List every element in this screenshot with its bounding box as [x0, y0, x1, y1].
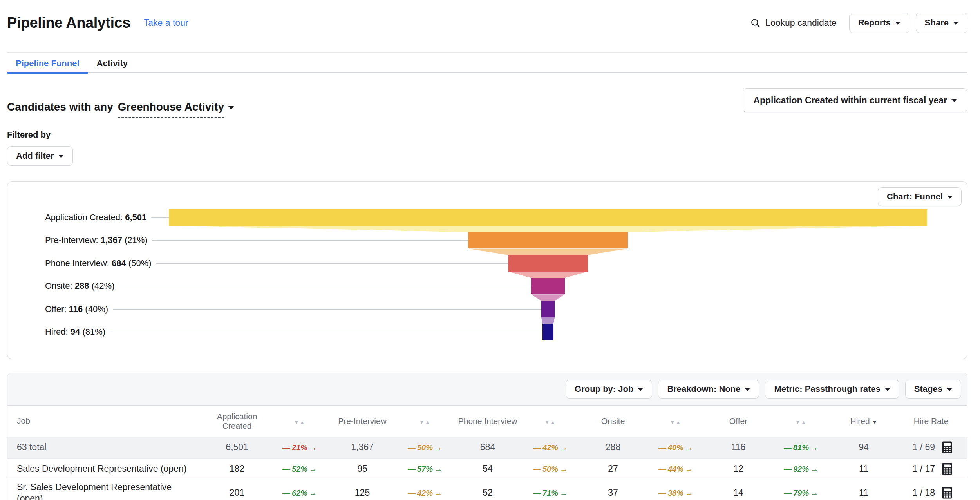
date-range-button[interactable]: Application Created within current fisca…: [743, 88, 967, 112]
breakdown-button[interactable]: Breakdown: None: [658, 380, 759, 399]
funnel-connector-line: [110, 332, 542, 332]
calculator-icon[interactable]: [941, 462, 953, 475]
passthrough-rate: —57%→: [408, 465, 442, 474]
funnel-bar-application-created[interactable]: [169, 209, 927, 226]
scope-row: Candidates with any Greenhouse Activity …: [7, 88, 967, 118]
sort-toggle-icon[interactable]: ▼▲: [544, 419, 556, 425]
funnel-connector-line: [152, 240, 468, 241]
column-header-pre-interview[interactable]: Pre-Interview: [331, 417, 394, 426]
group-by-button[interactable]: Group by: Job: [566, 380, 652, 399]
lookup-candidate-label: Lookup candidate: [765, 18, 837, 28]
column-header-offer[interactable]: Offer: [707, 417, 770, 426]
funnel-stage-label: Pre-Interview: 1,367 (21%): [45, 235, 148, 245]
column-header-job[interactable]: Job: [7, 416, 206, 426]
funnel-transition-phone-interview: [508, 272, 588, 278]
sort-toggle-icon[interactable]: ▼▲: [670, 419, 682, 425]
funnel-stage-label: Application Created: 6,501: [45, 212, 146, 223]
passthrough-cell: —50%→: [519, 464, 582, 474]
passthrough-rate: —71%→: [533, 489, 568, 498]
chevron-down-icon: [638, 388, 643, 391]
passthrough-rate: —21%→: [282, 443, 317, 452]
column-header-onsite[interactable]: Onsite: [582, 417, 644, 426]
sort-control-cell: ▼▲: [770, 417, 832, 426]
hire-rate-value: 1 / 69: [912, 442, 935, 453]
count-cell: 14: [707, 487, 770, 498]
passthrough-cell: —42%→: [519, 442, 582, 453]
passthrough-cell: —50%→: [394, 442, 456, 453]
sort-toggle-icon[interactable]: ▼▲: [795, 419, 807, 425]
scope-heading: Candidates with any Greenhouse Activity: [7, 88, 234, 118]
funnel-stage-label: Offer: 116 (40%): [45, 304, 108, 314]
header-divider: [7, 52, 967, 53]
funnel-stage-label: Phone Interview: 684 (50%): [45, 258, 152, 268]
share-button[interactable]: Share: [916, 13, 967, 33]
count-cell: 182: [206, 464, 268, 474]
chevron-down-icon: [745, 388, 750, 391]
funnel-bar-offer[interactable]: [541, 301, 555, 317]
funnel-chart: Application Created: 6,501Pre-Interview:…: [7, 182, 967, 359]
column-header-application-created[interactable]: Application Created: [206, 412, 268, 431]
calculator-icon[interactable]: [941, 486, 953, 499]
count-cell: 6,501: [206, 442, 268, 453]
chevron-down-icon: [895, 22, 900, 25]
calculator-icon[interactable]: [941, 441, 953, 454]
passthrough-cell: —21%→: [268, 442, 331, 453]
hire-rate-value: 1 / 18: [912, 487, 935, 498]
chart-type-button[interactable]: Chart: Funnel: [878, 187, 962, 206]
funnel-bar-pre-interview[interactable]: [468, 232, 627, 248]
passthrough-rate: —38%→: [658, 489, 693, 498]
passthrough-cell: —79%→: [770, 487, 832, 498]
passthrough-cell: —62%→: [268, 487, 331, 498]
funnel-bar-hired[interactable]: [542, 324, 553, 340]
funnel-label-row: Hired: 94 (81%): [45, 325, 542, 339]
chevron-down-icon: [947, 388, 952, 391]
table-controls: Group by: JobBreakdown: NoneMetric: Pass…: [7, 373, 967, 406]
count-cell: 94: [832, 442, 895, 453]
activity-type-selector[interactable]: Greenhouse Activity: [118, 101, 234, 118]
passthrough-cell: —42%→: [394, 487, 456, 498]
metric-button[interactable]: Metric: Passthrough rates: [765, 380, 899, 399]
sort-control-cell: ▼▲: [519, 417, 582, 426]
table-row: Sales Development Representative (open)1…: [7, 458, 967, 479]
count-cell: 684: [456, 442, 519, 453]
funnel-label-row: Phone Interview: 684 (50%): [45, 257, 508, 270]
stages-button[interactable]: Stages: [905, 380, 961, 399]
hire-rate-value: 1 / 17: [912, 464, 935, 474]
funnel-label-row: Application Created: 6,501: [45, 211, 169, 224]
job-cell: Sales Development Representative (open): [7, 463, 206, 475]
add-filter-button[interactable]: Add filter: [7, 146, 73, 166]
lookup-candidate-button[interactable]: Lookup candidate: [750, 18, 837, 28]
column-header-phone-interview[interactable]: Phone Interview: [456, 417, 519, 426]
sort-toggle-icon[interactable]: ▼▲: [419, 419, 431, 425]
reports-button[interactable]: Reports: [849, 13, 909, 33]
funnel-stage-label: Hired: 94 (81%): [45, 327, 105, 337]
table-row: Sr. Sales Development Representative (op…: [7, 479, 967, 500]
count-cell: 95: [331, 464, 394, 474]
passthrough-cell: —52%→: [268, 464, 331, 474]
top-bar: Pipeline Analytics Take a tour Lookup ca…: [0, 0, 980, 34]
passthrough-cell: —40%→: [644, 442, 707, 453]
page-title: Pipeline Analytics: [7, 14, 130, 31]
filtered-by-label: Filtered by: [7, 130, 967, 140]
column-header-hired[interactable]: Hired▼: [832, 417, 895, 426]
search-icon: [750, 18, 761, 28]
tab-activity[interactable]: Activity: [88, 55, 136, 72]
funnel-connector-line: [151, 217, 169, 218]
chevron-down-icon: [951, 99, 957, 102]
tab-pipeline-funnel[interactable]: Pipeline Funnel: [7, 55, 88, 72]
count-cell: 27: [582, 464, 644, 474]
chevron-down-icon: [947, 196, 953, 199]
funnel-bar-onsite[interactable]: [531, 278, 565, 294]
take-a-tour-link[interactable]: Take a tour: [144, 18, 188, 28]
sort-toggle-icon[interactable]: ▼▲: [294, 419, 306, 425]
funnel-label-row: Offer: 116 (40%): [45, 303, 541, 316]
passthrough-cell: —57%→: [394, 464, 456, 474]
tab-bar: Pipeline Funnel Activity: [7, 55, 967, 73]
column-header-hire-rate[interactable]: Hire Rate: [895, 417, 967, 426]
count-cell: 201: [206, 487, 268, 498]
passthrough-rate: —50%→: [533, 465, 568, 474]
passthrough-rate: —42%→: [533, 443, 568, 452]
funnel-bar-phone-interview[interactable]: [508, 255, 588, 272]
funnel-transition-pre-interview: [468, 248, 627, 255]
passthrough-rate: —44%→: [658, 465, 693, 474]
